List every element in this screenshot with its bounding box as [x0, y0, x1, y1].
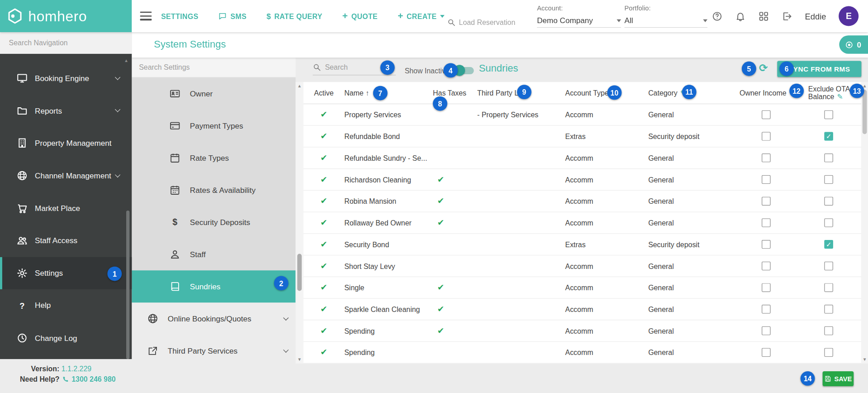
chevron-down-icon	[440, 14, 445, 17]
account-select[interactable]: Account: Demo Company	[537, 5, 621, 29]
exclude-ota-checkbox[interactable]	[824, 240, 833, 249]
menu-icon[interactable]	[140, 12, 152, 23]
settings-item-online-bookings-quotes[interactable]: Online Bookings/Quotes	[132, 302, 295, 335]
table-row[interactable]: ✔ Short Stay Levy Accomm General	[304, 255, 862, 277]
sidebar-item-change-log[interactable]: Change Log	[0, 322, 132, 355]
chevron-down-icon	[283, 315, 289, 320]
sidebar-item-reports[interactable]: Reports	[0, 95, 132, 127]
settings-menu-panel: Owner Payment Types Rate Types Rates & A…	[132, 58, 295, 393]
sidebar-scrollbar-thumb[interactable]	[126, 211, 129, 359]
settings-item-security-deposits[interactable]: $ Security Deposits	[132, 206, 295, 238]
app-logo[interactable]: homhero	[0, 0, 132, 32]
exclude-ota-checkbox[interactable]	[824, 283, 833, 292]
table-row[interactable]: ✔ Property Services - Property Services …	[304, 104, 862, 126]
settings-item-owner[interactable]: Owner	[132, 77, 295, 110]
portfolio-label: Portfolio:	[625, 5, 708, 12]
settings-item-staff[interactable]: Staff	[132, 238, 295, 270]
active-check-icon: ✔	[320, 175, 327, 185]
scroll-down-arrow[interactable]: ▼	[863, 357, 867, 362]
table-search-input[interactable]	[325, 63, 386, 72]
portfolio-select[interactable]: Portfolio: All	[625, 5, 708, 29]
cell-account-type: Accomm	[557, 197, 645, 205]
sidebar-search	[0, 32, 132, 54]
owner-income-checkbox[interactable]	[762, 262, 771, 271]
header-third-party-link: Third Party Link	[472, 89, 558, 97]
table-row[interactable]: ✔ Security Bond Extras Security deposit	[304, 234, 862, 255]
exclude-ota-checkbox[interactable]	[824, 110, 833, 120]
settings-search-input[interactable]	[132, 63, 295, 72]
owner-income-checkbox[interactable]	[762, 240, 771, 249]
load-reservation-input[interactable]	[459, 18, 520, 26]
table-row[interactable]: ✔ Richardson Cleaning ✔ Accomm General	[304, 169, 862, 191]
person-icon	[169, 249, 180, 260]
watch-counter-badge[interactable]: 0	[839, 35, 868, 53]
owner-income-checkbox[interactable]	[762, 132, 771, 141]
owner-income-checkbox[interactable]	[762, 218, 771, 227]
exclude-ota-checkbox[interactable]	[824, 348, 833, 357]
exclude-ota-checkbox[interactable]	[824, 153, 833, 163]
cell-sundry-name: Richardson Cleaning	[344, 175, 427, 183]
nav-rate-query[interactable]: RATE QUERY	[266, 12, 322, 21]
owner-income-checkbox[interactable]	[762, 283, 771, 292]
owner-income-checkbox[interactable]	[762, 348, 771, 357]
settings-item-rate-types[interactable]: Rate Types	[132, 142, 295, 174]
table-row[interactable]: ✔ Spending ✔ Accomm General	[304, 320, 862, 342]
sidebar-search-input[interactable]	[0, 39, 132, 47]
scrollbar-thumb[interactable]	[297, 254, 302, 291]
owner-income-checkbox[interactable]	[762, 326, 771, 335]
help-icon[interactable]	[712, 11, 722, 21]
cell-sundry-name: Security Bond	[344, 240, 427, 249]
table-row[interactable]: ✔ Refundable Sundry - Se... Accomm Gener…	[304, 148, 862, 169]
nav-settings[interactable]: SETTINGS	[161, 12, 198, 20]
owner-income-checkbox[interactable]	[762, 153, 771, 163]
owner-income-checkbox[interactable]	[762, 110, 771, 120]
scroll-down-arrow[interactable]: ▼	[297, 357, 302, 362]
owner-income-checkbox[interactable]	[762, 305, 771, 314]
scrollbar-thumb[interactable]	[863, 90, 867, 134]
table-row[interactable]: ✔ Rollaway Bed Owner ✔ Accomm General	[304, 212, 862, 234]
table-row[interactable]: ✔ Robina Mansion ✔ Accomm General	[304, 191, 862, 212]
sidebar-item-channel-management[interactable]: Channel Management	[0, 159, 132, 192]
settings-item-payment-types[interactable]: Payment Types	[132, 110, 295, 142]
table-row[interactable]: ✔ Refundable Bond Extras Security deposi…	[304, 126, 862, 148]
sidebar-item-help[interactable]: ? Help	[0, 289, 132, 322]
exclude-ota-checkbox[interactable]	[824, 175, 833, 184]
settings-item-third-party-services[interactable]: Third Party Services	[132, 335, 295, 367]
save-button[interactable]: SAVE	[823, 371, 854, 386]
sidebar-item-property-management[interactable]: Property Management	[0, 127, 132, 159]
table-row[interactable]: ✔ Sparkle Clean Cleaning ✔ Accomm Genera…	[304, 299, 862, 321]
table-row[interactable]: ✔ Spending Accomm General	[304, 342, 862, 364]
sidebar-item-booking-engine[interactable]: Booking Engine	[0, 62, 132, 95]
settings-item-sundries[interactable]: Sundries	[132, 270, 295, 302]
header-label: Exclude OTA	[808, 85, 850, 93]
sidebar-item-staff-access[interactable]: Staff Access	[0, 225, 132, 257]
scroll-up-arrow[interactable]: ▲	[124, 58, 128, 63]
owner-income-checkbox[interactable]	[762, 196, 771, 206]
scroll-up-arrow[interactable]: ▲	[297, 84, 302, 89]
bell-icon[interactable]	[735, 11, 745, 21]
owner-income-checkbox[interactable]	[762, 175, 771, 184]
help-phone-number[interactable]: 1300 246 980	[72, 375, 116, 383]
table-row[interactable]: ✔ Single ✔ Accomm General	[304, 277, 862, 299]
nav-quote[interactable]: QUOTE	[342, 12, 378, 20]
logout-icon[interactable]	[782, 11, 792, 21]
exclude-ota-checkbox[interactable]	[824, 326, 833, 335]
settings-item-rates-availability[interactable]: Rates & Availability	[132, 174, 295, 206]
refresh-icon[interactable]	[759, 62, 768, 74]
sidebar-item-label: Help	[35, 301, 51, 310]
edit-pencil-icon[interactable]	[834, 93, 843, 101]
sidebar: Booking Engine Reports Property Manageme…	[0, 54, 132, 359]
nav-create[interactable]: CREATE	[398, 12, 444, 20]
homhero-logo-icon	[7, 7, 24, 25]
exclude-ota-checkbox[interactable]	[824, 132, 833, 141]
chevron-down-icon	[115, 172, 120, 177]
question-icon: ?	[17, 300, 28, 311]
avatar[interactable]: E	[839, 6, 859, 26]
sidebar-item-market-place[interactable]: Market Place	[0, 192, 132, 225]
exclude-ota-checkbox[interactable]	[824, 262, 833, 271]
exclude-ota-checkbox[interactable]	[824, 218, 833, 227]
exclude-ota-checkbox[interactable]	[824, 196, 833, 206]
exclude-ota-checkbox[interactable]	[824, 305, 833, 314]
grid-apps-icon[interactable]	[759, 11, 769, 21]
nav-sms[interactable]: SMS	[218, 12, 247, 21]
